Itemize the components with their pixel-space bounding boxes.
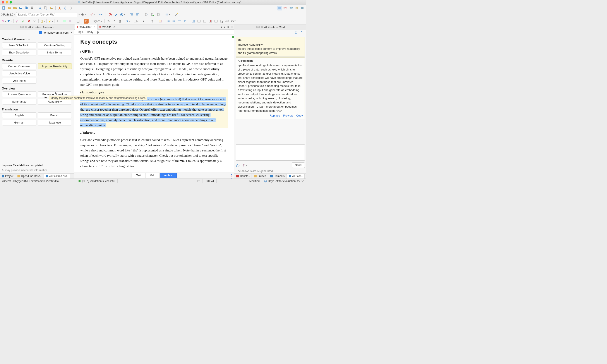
italic-icon[interactable]: I — [112, 19, 116, 24]
save-all-icon[interactable] — [24, 6, 29, 11]
perspective-xslt-icon[interactable]: XSLT — [289, 6, 294, 11]
search-in-folder-icon[interactable] — [49, 6, 54, 11]
insert-table-icon[interactable] — [191, 19, 196, 24]
comment-icon[interactable] — [56, 19, 61, 24]
chat-replace-link[interactable]: Replace — [270, 114, 280, 118]
reject-change-icon[interactable] — [32, 19, 37, 24]
track-changes-icon[interactable] — [1, 19, 6, 24]
profile-doc-icon[interactable] — [150, 12, 155, 17]
tab-prev-icon[interactable]: ◀ — [220, 26, 223, 29]
perspective-editor-icon[interactable] — [277, 6, 282, 11]
bottom-tab-elements[interactable]: Elements — [268, 174, 286, 179]
unordered-list-icon[interactable] — [171, 19, 176, 24]
delete-comment-icon[interactable] — [68, 19, 72, 24]
join-items-button[interactable]: Join Items — [2, 78, 37, 84]
indent-icon[interactable] — [129, 12, 134, 17]
use-active-voice-button[interactable]: Use Active Voice — [2, 70, 37, 76]
compare-icon[interactable] — [165, 12, 170, 17]
document-body[interactable]: Key concepts GPTs OpenAI's GPT (generati… — [74, 35, 234, 172]
editor-tab-test[interactable]: test.dita ✕ — [98, 25, 117, 29]
bottom-tab-project[interactable]: Project — [0, 174, 15, 179]
maximize-icon[interactable] — [10, 1, 12, 3]
search-icon[interactable] — [38, 6, 42, 11]
image-icon[interactable] — [133, 19, 138, 24]
new-file-icon[interactable] — [1, 6, 6, 11]
improve-readability-button[interactable]: Improve Readability — [38, 63, 72, 69]
chat-copy-link[interactable]: Copy — [296, 114, 303, 118]
perspective-dita-icon[interactable]: DITA — [283, 6, 288, 11]
paragraph-icon[interactable]: ¶ — [150, 19, 155, 24]
marker-nav-icon[interactable]: ✕ — [231, 175, 233, 177]
codeblock-icon[interactable] — [158, 19, 163, 24]
correct-grammar-button[interactable]: Correct Grammar — [2, 63, 37, 69]
editor-tab-test2[interactable]: test2.dita* ✕ — [75, 25, 98, 30]
close-icon[interactable] — [2, 1, 4, 3]
table-props-icon[interactable] — [219, 19, 224, 24]
generate-doc-icon[interactable] — [144, 12, 149, 17]
split-cells-icon[interactable]: SPLIT — [231, 19, 235, 24]
continue-writing-button[interactable]: Continue Writing — [38, 42, 72, 48]
delete-row-icon[interactable] — [197, 19, 201, 24]
translate-german-button[interactable]: German — [2, 120, 37, 126]
perspective-db-icon[interactable] — [300, 6, 305, 11]
bottom-tab-ai-assistant[interactable]: AI Positron Ass.. — [44, 174, 70, 179]
forward-icon[interactable] — [68, 6, 73, 11]
link-icon[interactable] — [126, 19, 130, 24]
trial-config-icon[interactable] — [301, 179, 304, 183]
scroll-down-icon[interactable]: ▼ — [231, 177, 233, 179]
open-url-icon[interactable] — [13, 6, 17, 11]
view-text-button[interactable]: Text — [131, 173, 146, 178]
debug-scenario-icon[interactable] — [120, 12, 125, 17]
filter-icon[interactable] — [7, 19, 12, 24]
close-tab-icon[interactable]: ✕ — [94, 26, 96, 28]
window-controls[interactable] — [2, 1, 12, 3]
bottom-tab-open-find[interactable]: Open/Find Reso.. — [16, 174, 43, 179]
accept-all-icon[interactable] — [21, 19, 26, 24]
chat-input[interactable]: | — [236, 144, 305, 161]
view-author-button[interactable]: Author — [160, 173, 177, 178]
run-scenario-icon[interactable] — [108, 12, 113, 17]
close-tab-icon[interactable]: ✕ — [113, 26, 115, 28]
outdent-icon[interactable] — [135, 12, 140, 17]
insert-row-icon[interactable] — [202, 19, 207, 24]
bold-icon[interactable]: B — [106, 19, 111, 24]
insert-element-icon[interactable]: + — [76, 19, 80, 24]
status-trial[interactable]: i Days left for evaluation: 27 — [262, 179, 306, 183]
perspective-xq-icon[interactable]: XQ — [294, 6, 299, 11]
new-chat-icon[interactable] — [294, 30, 299, 35]
chat-insert-icon[interactable] — [242, 163, 247, 168]
bottom-tab-entities[interactable]: Entities — [252, 174, 268, 179]
chat-send-button[interactable]: Send — [292, 162, 305, 168]
tab-maximize-icon[interactable]: ⬜ — [230, 26, 233, 29]
open-folder-icon[interactable] — [7, 6, 12, 11]
paste-icon[interactable] — [40, 19, 45, 24]
spellcheck-icon[interactable]: ABC — [99, 12, 104, 17]
edit-comment-icon[interactable] — [62, 19, 67, 24]
validate-icon[interactable] — [90, 12, 95, 17]
configure-scenario-icon[interactable] — [114, 12, 119, 17]
external-tool-icon[interactable] — [57, 6, 62, 11]
accept-change-icon[interactable] — [15, 19, 20, 24]
scroll-up-icon[interactable]: ▲ — [231, 173, 233, 175]
minimize-icon[interactable] — [6, 1, 8, 3]
print-icon[interactable] — [30, 6, 35, 11]
definition-list-icon[interactable] — [177, 19, 182, 24]
highlight-icon[interactable] — [48, 19, 53, 24]
profiling-icon[interactable]: F — [84, 19, 89, 24]
chat-favorites-icon[interactable] — [236, 163, 240, 168]
underline-icon[interactable]: U — [117, 19, 122, 24]
bottom-tab-ai-chat[interactable]: AI Posit.. — [287, 174, 305, 179]
xpath-version-selector[interactable]: XPath 2.0 — [1, 13, 15, 16]
view-grid-button[interactable]: Grid — [146, 173, 160, 178]
chat-preview-link[interactable]: Preview — [283, 114, 293, 118]
answer-questions-button[interactable]: Answer Questions — [2, 91, 37, 97]
ordered-list-icon[interactable]: 12 — [166, 19, 171, 24]
back-icon[interactable] — [63, 6, 68, 11]
insert-col-icon[interactable] — [214, 19, 219, 24]
tab-next-icon[interactable]: ▶ — [223, 26, 226, 29]
delete-col-icon[interactable] — [208, 19, 213, 24]
tab-list-icon[interactable]: ▦ — [227, 26, 230, 29]
xpath-options-icon[interactable] — [81, 12, 86, 17]
short-description-button[interactable]: Short Description — [2, 50, 37, 55]
xpath-input[interactable] — [16, 12, 77, 17]
